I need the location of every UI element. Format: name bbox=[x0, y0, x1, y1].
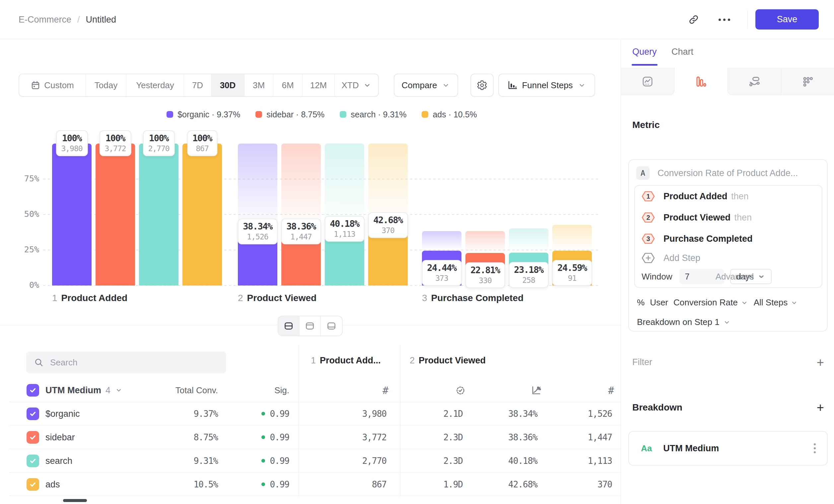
funnel-icon bbox=[695, 76, 707, 88]
measure-steps-label: All Steps bbox=[754, 297, 788, 308]
breakdown-item[interactable]: Aa UTM Medium bbox=[628, 431, 828, 465]
funnel-bar-ads-step1[interactable] bbox=[182, 143, 222, 285]
measure-type-dropdown[interactable]: Conversion Rate bbox=[674, 297, 748, 308]
query-step-3[interactable]: 3Purchase Completed bbox=[642, 232, 753, 245]
date-range-3m[interactable]: 3M bbox=[244, 74, 273, 96]
query-step-name: Product Added bbox=[663, 191, 727, 201]
table-row-ads[interactable]: ads10.5%0.998671.9D42.68%370 bbox=[0, 473, 621, 496]
percent-symbol[interactable]: % bbox=[637, 297, 644, 308]
horizontal-scrollbar-thumb[interactable] bbox=[63, 499, 87, 502]
legend-swatch bbox=[256, 111, 262, 118]
table-step2-header[interactable]: 2 Product Viewed bbox=[410, 356, 486, 366]
chevron-down-icon bbox=[790, 299, 798, 307]
row-step2-count: 370 bbox=[597, 479, 612, 489]
cohort-metric-tab[interactable] bbox=[781, 68, 834, 95]
add-step-button[interactable]: Add Step bbox=[642, 251, 700, 265]
layout-split-toggle[interactable] bbox=[278, 316, 300, 336]
row-checkbox[interactable] bbox=[26, 431, 39, 444]
date-range-6m[interactable]: 6M bbox=[273, 74, 303, 96]
table-row-sidebar[interactable]: sidebar8.75%0.993,7722.3D38.36%1,447 bbox=[0, 426, 621, 449]
conversion-rate-icon[interactable] bbox=[531, 385, 541, 395]
legend-item[interactable]: search · 9.31% bbox=[340, 110, 407, 119]
table-row-search[interactable]: search9.31%0.992,7702.3D40.18%1,113 bbox=[0, 449, 621, 473]
total-conv-column-header[interactable]: Total Conv. bbox=[175, 385, 218, 395]
table-step1-header[interactable]: 1 Product Add... bbox=[311, 356, 381, 366]
funnel-ghost-bar bbox=[422, 231, 461, 251]
step-number: 1 bbox=[311, 356, 316, 366]
sig-column-header[interactable]: Sig. bbox=[275, 385, 289, 395]
bar-count-label: 258 bbox=[514, 276, 543, 285]
advanced-toggle[interactable]: Advanced bbox=[716, 272, 765, 282]
legend-item[interactable]: $organic · 9.37% bbox=[167, 110, 240, 119]
step-then-suffix: then bbox=[729, 191, 749, 201]
add-breakdown-button[interactable]: + bbox=[817, 403, 824, 412]
breadcrumb-parent[interactable]: E-Commerce bbox=[19, 15, 71, 25]
count-metric-icon[interactable]: # bbox=[382, 384, 389, 396]
step-number: 2 bbox=[238, 293, 243, 303]
tab-query[interactable]: Query bbox=[632, 47, 657, 57]
date-range-label: Custom bbox=[44, 80, 74, 91]
bar-count-label: 2,770 bbox=[148, 144, 169, 153]
select-all-checkbox[interactable] bbox=[26, 384, 39, 396]
date-range-12m[interactable]: 12M bbox=[303, 74, 335, 96]
date-range-7d[interactable]: 7D bbox=[184, 74, 211, 96]
measure-entity[interactable]: User bbox=[650, 297, 668, 308]
bar-count-label: 91 bbox=[557, 274, 587, 283]
bottom-panel-icon bbox=[326, 321, 336, 331]
row-total-conversion: 10.5% bbox=[194, 479, 218, 489]
bar-value-tooltip: 23.18%258 bbox=[509, 262, 549, 288]
legend-item[interactable]: ads · 10.5% bbox=[422, 110, 477, 119]
insights-metric-tab[interactable] bbox=[621, 68, 675, 95]
retention-metric-tab[interactable] bbox=[727, 68, 781, 95]
add-filter-button[interactable]: + bbox=[817, 358, 824, 367]
chevron-down-icon bbox=[577, 81, 586, 90]
layout-chart-only-toggle[interactable] bbox=[300, 316, 321, 336]
funnel-bar-sidebar-step1[interactable] bbox=[95, 143, 135, 285]
legend-item[interactable]: sidebar · 8.75% bbox=[256, 110, 325, 119]
date-range-xtd[interactable]: XTD bbox=[335, 74, 378, 96]
row-total-conversion: 8.75% bbox=[194, 432, 218, 442]
metric-title-row[interactable]: A Conversion Rate of Product Adde... bbox=[636, 166, 798, 180]
table-row-organic[interactable]: $organic9.37%0.993,9802.1D38.34%1,526 bbox=[0, 402, 621, 426]
row-step1-count: 867 bbox=[372, 479, 387, 489]
significance-dot bbox=[261, 459, 265, 462]
more-options-button[interactable] bbox=[716, 11, 732, 28]
row-significance: 0.99 bbox=[261, 432, 289, 442]
breakdown-on-step-dropdown[interactable]: Breakdown on Step 1 bbox=[637, 317, 731, 327]
date-range-custom[interactable]: Custom bbox=[19, 74, 86, 96]
compare-button[interactable]: Compare bbox=[394, 74, 458, 97]
measure-steps-dropdown[interactable]: All Steps bbox=[754, 297, 798, 308]
bar-count-label: 373 bbox=[427, 274, 457, 283]
count-metric-icon[interactable]: # bbox=[608, 384, 614, 396]
row-checkbox[interactable] bbox=[26, 455, 39, 467]
funnel-metric-tab[interactable] bbox=[675, 68, 727, 95]
funnel-bar-organic-step1[interactable] bbox=[52, 143, 92, 285]
query-step-name: Product Viewed bbox=[663, 212, 730, 223]
query-step-1[interactable]: 1Product Added then bbox=[642, 190, 749, 203]
row-significance: 0.99 bbox=[261, 456, 289, 466]
share-link-button[interactable] bbox=[685, 11, 702, 28]
chart-type-selector[interactable]: Funnel Steps bbox=[498, 74, 595, 97]
time-to-convert-icon[interactable] bbox=[456, 385, 465, 395]
row-checkbox[interactable] bbox=[26, 478, 39, 491]
kebab-menu-icon[interactable] bbox=[814, 443, 816, 453]
save-button[interactable]: Save bbox=[755, 9, 819, 29]
tab-chart[interactable]: Chart bbox=[672, 47, 693, 57]
funnel-ghost-bar bbox=[552, 225, 592, 251]
date-range-yesterday[interactable]: Yesterday bbox=[126, 74, 184, 96]
breakdown-column-header[interactable]: UTM Medium 4 bbox=[45, 385, 123, 395]
breakdown-column-name: UTM Medium bbox=[45, 385, 101, 395]
row-border bbox=[9, 496, 621, 496]
funnel-bar-search-step1[interactable] bbox=[139, 143, 178, 285]
query-step-2[interactable]: 2Product Viewed then bbox=[642, 211, 752, 224]
chart-settings-button[interactable] bbox=[470, 74, 493, 97]
bar-count-label: 1,113 bbox=[330, 229, 359, 239]
layout-table-only-toggle[interactable] bbox=[321, 316, 342, 336]
bar-pct-label: 42.68% bbox=[373, 214, 403, 226]
search-input[interactable] bbox=[50, 358, 209, 368]
row-checkbox[interactable] bbox=[26, 408, 39, 420]
date-range-30d[interactable]: 30D bbox=[211, 74, 244, 96]
breadcrumb-current[interactable]: Untitled bbox=[86, 15, 116, 25]
date-range-today[interactable]: Today bbox=[86, 74, 126, 96]
funnel-ghost-bar bbox=[281, 143, 321, 231]
